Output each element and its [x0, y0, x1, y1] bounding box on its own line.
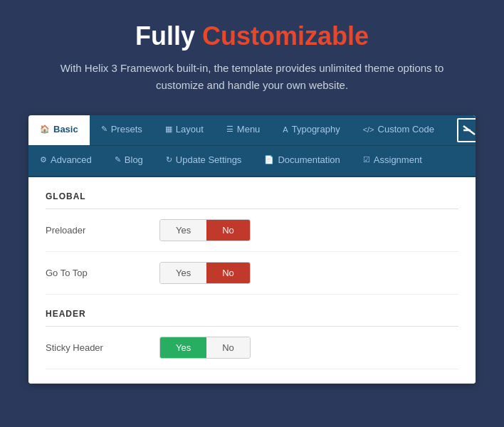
code-icon: </> [363, 125, 374, 134]
menu-icon: ☰ [226, 125, 233, 134]
sticky-header-no-button[interactable]: No [206, 337, 250, 358]
tab-assignment-label: Assignment [374, 154, 422, 165]
hero-title-plain: Fully [135, 21, 202, 51]
sticky-header-row: Sticky Header Yes No [46, 327, 458, 369]
tab-update-settings-label: Update Settings [176, 154, 242, 165]
layout-icon: ▦ [165, 125, 172, 134]
preloader-label: Preloader [46, 225, 159, 236]
tabs-row-2: ⚙ Advanced ✎ Blog ↻ Update Settings 📄 Do… [28, 146, 476, 177]
tab-assignment[interactable]: ☑ Assignment [352, 146, 434, 176]
presets-icon: ✎ [101, 125, 107, 134]
go-to-top-row: Go To Top Yes No [46, 252, 458, 295]
hero-section: Fully Customizable With Helix 3 Framewor… [0, 0, 504, 108]
typography-icon: A [283, 125, 288, 134]
tab-advanced[interactable]: ⚙ Advanced [28, 146, 103, 176]
go-to-top-toggle: Yes No [159, 262, 251, 284]
settings-panel: 🏠 Basic ✎ Presets ▦ Layout ☰ Menu A Typo… [28, 115, 476, 384]
tab-menu[interactable]: ☰ Menu [215, 115, 272, 145]
tab-typography-label: Typography [292, 124, 340, 135]
tab-menu-label: Menu [237, 124, 261, 135]
go-to-top-no-button[interactable]: No [206, 263, 250, 283]
tab-custom-code-label: Custom Code [378, 124, 434, 135]
header-section-label: HEADER [46, 309, 458, 327]
tab-presets[interactable]: ✎ Presets [90, 115, 154, 145]
tab-blog[interactable]: ✎ Blog [103, 146, 154, 176]
tab-basic-label: Basic [53, 124, 78, 135]
tab-documentation-label: Documentation [278, 154, 340, 165]
panel-content: GLOBAL Preloader Yes No Go To Top Yes No… [28, 177, 476, 384]
docs-icon: 📄 [264, 155, 274, 164]
tab-advanced-label: Advanced [51, 154, 92, 165]
global-section-label: GLOBAL [46, 191, 458, 209]
preloader-yes-button[interactable]: Yes [160, 220, 206, 241]
blog-icon: ✎ [115, 155, 121, 164]
home-icon: 🏠 [40, 125, 50, 134]
sticky-header-yes-button[interactable]: Yes [160, 337, 206, 358]
helix-logo-box [457, 118, 476, 142]
helix-logo: HELIX3 FRAMEWORK [446, 115, 476, 145]
tab-typography[interactable]: A Typography [271, 115, 351, 145]
tab-blog-label: Blog [125, 154, 143, 165]
advanced-icon: ⚙ [40, 155, 47, 164]
go-to-top-yes-button[interactable]: Yes [160, 263, 206, 283]
sticky-header-toggle: Yes No [159, 337, 251, 359]
update-icon: ↻ [166, 155, 172, 164]
hero-title-highlight: Customizable [202, 21, 369, 51]
hero-title: Fully Customizable [43, 21, 461, 51]
tab-update-settings[interactable]: ↻ Update Settings [154, 146, 253, 176]
tabs-row-1: 🏠 Basic ✎ Presets ▦ Layout ☰ Menu A Typo… [28, 115, 476, 146]
preloader-toggle: Yes No [159, 219, 251, 241]
go-to-top-label: Go To Top [46, 268, 159, 278]
sticky-header-label: Sticky Header [46, 342, 159, 353]
hero-description: With Helix 3 Framework built-in, the tem… [43, 60, 461, 94]
tab-layout[interactable]: ▦ Layout [154, 115, 215, 145]
tab-documentation[interactable]: 📄 Documentation [253, 146, 351, 176]
helix-logo-icon [461, 122, 476, 139]
tab-custom-code[interactable]: </> Custom Code [352, 115, 446, 145]
tab-presets-label: Presets [111, 124, 142, 135]
tab-layout-label: Layout [176, 124, 204, 135]
assignment-icon: ☑ [363, 155, 370, 164]
preloader-no-button[interactable]: No [206, 220, 250, 241]
tab-basic[interactable]: 🏠 Basic [28, 115, 90, 145]
preloader-row: Preloader Yes No [46, 209, 458, 252]
